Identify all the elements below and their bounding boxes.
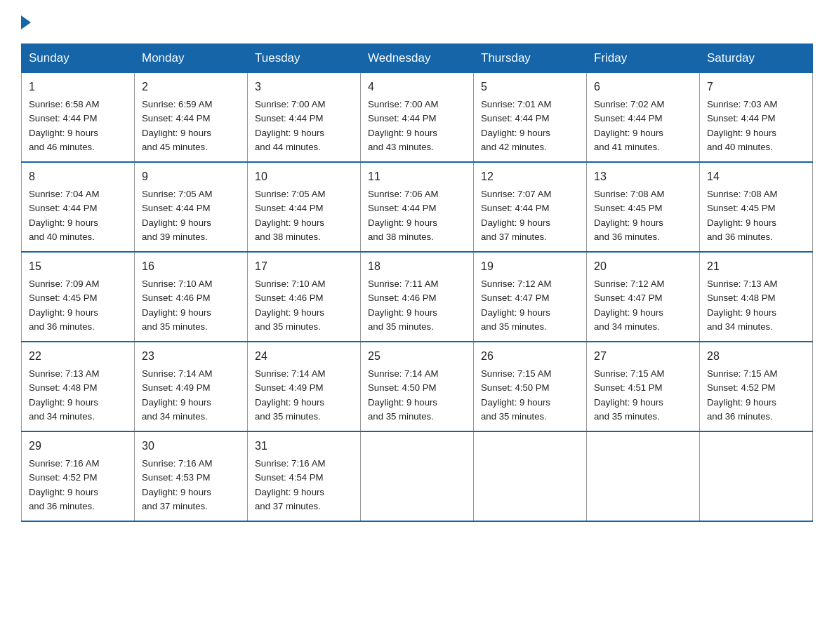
- calendar-week-row: 22 Sunrise: 7:13 AMSunset: 4:48 PMDaylig…: [22, 342, 813, 431]
- day-details: Sunrise: 7:14 AMSunset: 4:49 PMDaylight:…: [142, 368, 212, 422]
- day-number: 25: [368, 348, 466, 365]
- day-number: 16: [142, 258, 240, 275]
- calendar-cell: 27 Sunrise: 7:15 AMSunset: 4:51 PMDaylig…: [587, 342, 700, 431]
- day-number: 7: [707, 79, 805, 95]
- day-details: Sunrise: 7:16 AMSunset: 4:53 PMDaylight:…: [142, 458, 212, 511]
- calendar-cell: 31 Sunrise: 7:16 AMSunset: 4:54 PMDaylig…: [248, 431, 361, 521]
- calendar-cell: 2 Sunrise: 6:59 AMSunset: 4:44 PMDayligh…: [135, 73, 248, 163]
- calendar-cell: 25 Sunrise: 7:14 AMSunset: 4:50 PMDaylig…: [361, 342, 474, 431]
- day-details: Sunrise: 7:06 AMSunset: 4:44 PMDaylight:…: [368, 189, 438, 242]
- calendar-cell: 4 Sunrise: 7:00 AMSunset: 4:44 PMDayligh…: [361, 73, 474, 163]
- day-number: 28: [707, 348, 805, 365]
- day-number: 27: [594, 348, 692, 365]
- day-header-wednesday: Wednesday: [361, 44, 474, 73]
- calendar-cell: 24 Sunrise: 7:14 AMSunset: 4:49 PMDaylig…: [248, 342, 361, 431]
- calendar-week-row: 29 Sunrise: 7:16 AMSunset: 4:52 PMDaylig…: [22, 431, 813, 521]
- day-number: 5: [481, 79, 579, 95]
- day-details: Sunrise: 7:10 AMSunset: 4:46 PMDaylight:…: [142, 279, 212, 332]
- day-number: 31: [255, 438, 353, 455]
- day-number: 17: [255, 258, 353, 275]
- day-number: 11: [368, 168, 466, 185]
- calendar-cell: 20 Sunrise: 7:12 AMSunset: 4:47 PMDaylig…: [587, 252, 700, 342]
- day-details: Sunrise: 6:59 AMSunset: 4:44 PMDaylight:…: [142, 99, 212, 152]
- day-number: 29: [29, 438, 127, 455]
- day-header-thursday: Thursday: [474, 44, 587, 73]
- calendar-cell: 22 Sunrise: 7:13 AMSunset: 4:48 PMDaylig…: [22, 342, 135, 431]
- day-details: Sunrise: 7:01 AMSunset: 4:44 PMDaylight:…: [481, 99, 551, 152]
- day-details: Sunrise: 7:09 AMSunset: 4:45 PMDaylight:…: [29, 279, 99, 332]
- day-number: 6: [594, 79, 692, 95]
- calendar-cell: 1 Sunrise: 6:58 AMSunset: 4:44 PMDayligh…: [22, 73, 135, 163]
- day-number: 9: [142, 168, 240, 185]
- day-details: Sunrise: 6:58 AMSunset: 4:44 PMDaylight:…: [29, 99, 99, 152]
- calendar-cell: 5 Sunrise: 7:01 AMSunset: 4:44 PMDayligh…: [474, 73, 587, 163]
- calendar-cell: 30 Sunrise: 7:16 AMSunset: 4:53 PMDaylig…: [135, 431, 248, 521]
- day-details: Sunrise: 7:05 AMSunset: 4:44 PMDaylight:…: [142, 189, 212, 242]
- day-details: Sunrise: 7:15 AMSunset: 4:51 PMDaylight:…: [594, 368, 664, 422]
- calendar-header-row: SundayMondayTuesdayWednesdayThursdayFrid…: [22, 44, 813, 73]
- day-number: 21: [707, 258, 805, 275]
- calendar-cell: 6 Sunrise: 7:02 AMSunset: 4:44 PMDayligh…: [587, 73, 700, 163]
- calendar-cell: 19 Sunrise: 7:12 AMSunset: 4:47 PMDaylig…: [474, 252, 587, 342]
- calendar-cell: 8 Sunrise: 7:04 AMSunset: 4:44 PMDayligh…: [22, 162, 135, 252]
- day-number: 3: [255, 79, 353, 95]
- day-details: Sunrise: 7:15 AMSunset: 4:52 PMDaylight:…: [707, 368, 777, 422]
- calendar-cell: [700, 431, 813, 521]
- day-details: Sunrise: 7:10 AMSunset: 4:46 PMDaylight:…: [255, 279, 325, 332]
- calendar-cell: 14 Sunrise: 7:08 AMSunset: 4:45 PMDaylig…: [700, 162, 813, 252]
- logo-blue-part: [21, 14, 32, 29]
- day-number: 15: [29, 258, 127, 275]
- calendar-cell: 9 Sunrise: 7:05 AMSunset: 4:44 PMDayligh…: [135, 162, 248, 252]
- day-header-friday: Friday: [587, 44, 700, 73]
- day-details: Sunrise: 7:13 AMSunset: 4:48 PMDaylight:…: [707, 279, 777, 332]
- day-header-sunday: Sunday: [22, 44, 135, 73]
- day-details: Sunrise: 7:12 AMSunset: 4:47 PMDaylight:…: [594, 279, 664, 332]
- calendar-cell: 28 Sunrise: 7:15 AMSunset: 4:52 PMDaylig…: [700, 342, 813, 431]
- day-number: 24: [255, 348, 353, 365]
- day-number: 26: [481, 348, 579, 365]
- calendar-cell: 7 Sunrise: 7:03 AMSunset: 4:44 PMDayligh…: [700, 73, 813, 163]
- calendar-cell: 10 Sunrise: 7:05 AMSunset: 4:44 PMDaylig…: [248, 162, 361, 252]
- day-header-monday: Monday: [135, 44, 248, 73]
- day-details: Sunrise: 7:11 AMSunset: 4:46 PMDaylight:…: [368, 279, 438, 332]
- day-details: Sunrise: 7:07 AMSunset: 4:44 PMDaylight:…: [481, 189, 551, 242]
- day-details: Sunrise: 7:16 AMSunset: 4:54 PMDaylight:…: [255, 458, 325, 511]
- day-details: Sunrise: 7:04 AMSunset: 4:44 PMDaylight:…: [29, 189, 99, 242]
- calendar-cell: 23 Sunrise: 7:14 AMSunset: 4:49 PMDaylig…: [135, 342, 248, 431]
- day-number: 23: [142, 348, 240, 365]
- calendar-cell: [587, 431, 700, 521]
- calendar-table: SundayMondayTuesdayWednesdayThursdayFrid…: [21, 43, 813, 522]
- day-header-tuesday: Tuesday: [248, 44, 361, 73]
- calendar-cell: 16 Sunrise: 7:10 AMSunset: 4:46 PMDaylig…: [135, 252, 248, 342]
- day-number: 30: [142, 438, 240, 455]
- day-number: 18: [368, 258, 466, 275]
- logo: [21, 14, 32, 29]
- day-number: 19: [481, 258, 579, 275]
- day-number: 13: [594, 168, 692, 185]
- day-details: Sunrise: 7:00 AMSunset: 4:44 PMDaylight:…: [255, 99, 325, 152]
- calendar-cell: 13 Sunrise: 7:08 AMSunset: 4:45 PMDaylig…: [587, 162, 700, 252]
- day-details: Sunrise: 7:08 AMSunset: 4:45 PMDaylight:…: [707, 189, 777, 242]
- calendar-cell: 21 Sunrise: 7:13 AMSunset: 4:48 PMDaylig…: [700, 252, 813, 342]
- day-details: Sunrise: 7:00 AMSunset: 4:44 PMDaylight:…: [368, 99, 438, 152]
- day-details: Sunrise: 7:12 AMSunset: 4:47 PMDaylight:…: [481, 279, 551, 332]
- day-header-saturday: Saturday: [700, 44, 813, 73]
- calendar-cell: 26 Sunrise: 7:15 AMSunset: 4:50 PMDaylig…: [474, 342, 587, 431]
- day-number: 12: [481, 168, 579, 185]
- calendar-cell: 29 Sunrise: 7:16 AMSunset: 4:52 PMDaylig…: [22, 431, 135, 521]
- calendar-cell: 12 Sunrise: 7:07 AMSunset: 4:44 PMDaylig…: [474, 162, 587, 252]
- day-number: 10: [255, 168, 353, 185]
- calendar-week-row: 15 Sunrise: 7:09 AMSunset: 4:45 PMDaylig…: [22, 252, 813, 342]
- day-number: 2: [142, 79, 240, 95]
- calendar-cell: 18 Sunrise: 7:11 AMSunset: 4:46 PMDaylig…: [361, 252, 474, 342]
- calendar-week-row: 8 Sunrise: 7:04 AMSunset: 4:44 PMDayligh…: [22, 162, 813, 252]
- calendar-week-row: 1 Sunrise: 6:58 AMSunset: 4:44 PMDayligh…: [22, 73, 813, 163]
- day-details: Sunrise: 7:15 AMSunset: 4:50 PMDaylight:…: [481, 368, 551, 422]
- day-details: Sunrise: 7:16 AMSunset: 4:52 PMDaylight:…: [29, 458, 99, 511]
- calendar-cell: [474, 431, 587, 521]
- day-details: Sunrise: 7:03 AMSunset: 4:44 PMDaylight:…: [707, 99, 777, 152]
- day-details: Sunrise: 7:14 AMSunset: 4:49 PMDaylight:…: [255, 368, 325, 422]
- day-number: 8: [29, 168, 127, 185]
- day-details: Sunrise: 7:13 AMSunset: 4:48 PMDaylight:…: [29, 368, 99, 422]
- day-number: 22: [29, 348, 127, 365]
